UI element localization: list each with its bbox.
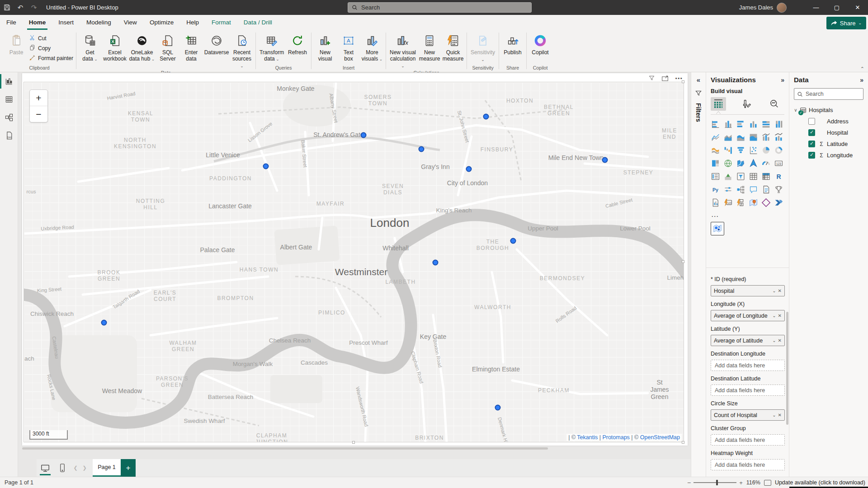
map-icon[interactable] <box>722 158 733 169</box>
ribbon-tab-modeling[interactable]: Modeling <box>80 15 118 30</box>
power-apps-icon[interactable] <box>760 197 771 208</box>
more-visuals-button[interactable]: More visuals ⌄ <box>360 31 384 62</box>
hundred-stacked-column-chart-icon[interactable] <box>773 118 784 129</box>
area-chart-icon[interactable] <box>722 131 733 142</box>
ribbon-tab-data-drill[interactable]: Data / Drill <box>237 15 278 30</box>
stacked-column-chart-icon[interactable] <box>722 118 733 129</box>
format-visual-tab[interactable] <box>739 97 754 111</box>
undo-icon[interactable]: ↶ <box>14 0 27 15</box>
python-visual-icon[interactable]: Py <box>710 184 721 195</box>
resize-handle[interactable] <box>352 441 355 444</box>
ribbon-tab-optimize[interactable]: Optimize <box>143 15 180 30</box>
next-page-icon[interactable]: ❯ <box>80 459 89 477</box>
copilot-button[interactable]: Copilot <box>528 31 552 56</box>
cut-button[interactable]: Cut <box>29 34 73 42</box>
dax-query-view-icon[interactable]: DAX <box>0 127 18 145</box>
pie-chart-icon[interactable] <box>760 145 771 155</box>
enter-data-button[interactable]: Enter data <box>179 31 203 62</box>
field-row-latitude[interactable]: ΣLatitude <box>789 138 868 150</box>
multi-row-card-icon[interactable] <box>710 171 721 182</box>
card-icon[interactable]: 123 <box>773 158 784 169</box>
field-remove-icon[interactable]: ✕ <box>778 338 782 343</box>
kpi-icon[interactable] <box>722 171 733 182</box>
zoom-out-icon[interactable]: − <box>687 479 691 486</box>
data-search-box[interactable] <box>794 88 863 100</box>
update-available-link[interactable]: Update available (click to download) <box>775 479 865 486</box>
attribution-link[interactable]: Protomaps <box>602 434 629 441</box>
field-row-address[interactable]: Address <box>789 116 868 127</box>
metrics-icon[interactable] <box>773 184 784 195</box>
field-pill[interactable]: Hospital⌄✕ <box>711 285 785 296</box>
line-and-clustered-column-chart-icon[interactable] <box>773 131 784 142</box>
zoom-in-icon[interactable]: + <box>739 479 743 486</box>
ribbon-tab-home[interactable]: Home <box>23 15 52 30</box>
field-checkbox[interactable] <box>808 141 815 147</box>
format-painter-button[interactable]: Format painter <box>29 54 73 62</box>
ribbon-tab-view[interactable]: View <box>118 15 143 30</box>
hospital-point[interactable] <box>495 405 501 411</box>
icon-map[interactable]: LondonWestminsterMonkey GateSt. Andrew's… <box>24 82 684 442</box>
line-chart-icon[interactable] <box>710 131 721 142</box>
smart-narrative-icon[interactable] <box>760 184 771 195</box>
save-icon[interactable] <box>0 0 14 15</box>
fit-to-page-icon[interactable] <box>764 480 771 486</box>
field-dropdown-icon[interactable]: ⌄ <box>772 313 776 318</box>
visualizations-scrollbar[interactable] <box>786 312 788 425</box>
field-dropdown-icon[interactable]: ⌄ <box>772 288 776 293</box>
page-tab[interactable]: Page 1 <box>93 459 121 477</box>
report-view-icon[interactable] <box>0 72 18 90</box>
map-visual[interactable]: LondonWestminsterMonkey GateSt. Andrew's… <box>24 82 684 442</box>
model-view-icon[interactable] <box>0 108 18 127</box>
power-automate-icon[interactable] <box>773 197 784 208</box>
transform-data-button[interactable]: Transform data ⌄ <box>258 31 286 62</box>
ribbon-chart-icon[interactable] <box>710 145 721 155</box>
attribution-link[interactable]: Tekantis <box>577 434 598 441</box>
paste-button[interactable]: Paste <box>5 31 28 56</box>
dataverse-button[interactable]: Dataverse <box>203 31 230 56</box>
search-input[interactable] <box>361 4 515 11</box>
hospital-point[interactable] <box>101 320 107 326</box>
clustered-column-chart-icon[interactable] <box>748 118 759 129</box>
ribbon-tab-format[interactable]: Format <box>205 15 237 30</box>
hundred-stacked-area-chart-icon[interactable] <box>748 131 759 142</box>
minimize-button[interactable]: — <box>806 0 826 15</box>
account-area[interactable]: James Dales <box>739 0 787 15</box>
slicer-icon[interactable] <box>735 171 746 182</box>
sensitivity-button[interactable]: Sensitivity ⌄ <box>469 31 497 63</box>
map-zoom-out-button[interactable]: − <box>30 106 47 122</box>
share-button[interactable]: Share ⌄ <box>826 17 866 29</box>
parameter-slider-icon[interactable] <box>722 184 733 195</box>
line-and-stacked-column-chart-icon[interactable] <box>760 131 771 142</box>
close-button[interactable]: ✕ <box>847 0 868 15</box>
visual-filter-icon[interactable] <box>647 74 656 82</box>
collapse-data-pane-icon[interactable]: » <box>860 76 863 84</box>
publish-button[interactable]: Publish <box>501 31 524 56</box>
previous-page-icon[interactable]: ❮ <box>71 459 80 477</box>
field-dropdown-icon[interactable]: ⌄ <box>772 338 776 343</box>
table-view-icon[interactable] <box>0 90 18 108</box>
refresh-button[interactable]: Refresh <box>286 31 309 56</box>
scatter-chart-icon[interactable] <box>748 145 759 155</box>
onelake-button[interactable]: OneLake data hub ⌄ <box>128 31 156 62</box>
field-checkbox[interactable] <box>808 129 815 136</box>
resize-handle[interactable] <box>682 260 684 263</box>
empty-field-well[interactable]: Add data fields here <box>711 360 785 371</box>
ribbon-tab-file[interactable]: File <box>0 15 23 30</box>
hospital-point[interactable] <box>602 157 608 163</box>
map-zoom-in-button[interactable]: + <box>30 90 47 106</box>
qa-visual-icon[interactable] <box>748 184 759 195</box>
zoom-slider-track[interactable] <box>693 482 736 483</box>
canvas-horizontal-scrollbar[interactable] <box>22 447 548 450</box>
focus-mode-icon[interactable] <box>660 74 670 82</box>
data-search-input[interactable] <box>806 91 855 97</box>
resize-handle[interactable] <box>682 80 684 83</box>
hospital-point[interactable] <box>466 166 472 172</box>
field-row-hospital[interactable]: Hospital <box>789 127 868 138</box>
lightning-slicer-icon[interactable] <box>735 197 746 208</box>
empty-field-well[interactable]: Add data fields here <box>711 434 785 446</box>
quick-measure-button[interactable]: Quick measure <box>441 31 465 62</box>
new-measure-button[interactable]: New measure <box>418 31 441 62</box>
new-visual-calculation-button[interactable]: fxNew visual calculation ⌄ <box>388 31 418 69</box>
new-visual-button[interactable]: New visual <box>313 31 337 62</box>
field-remove-icon[interactable]: ✕ <box>778 413 782 418</box>
